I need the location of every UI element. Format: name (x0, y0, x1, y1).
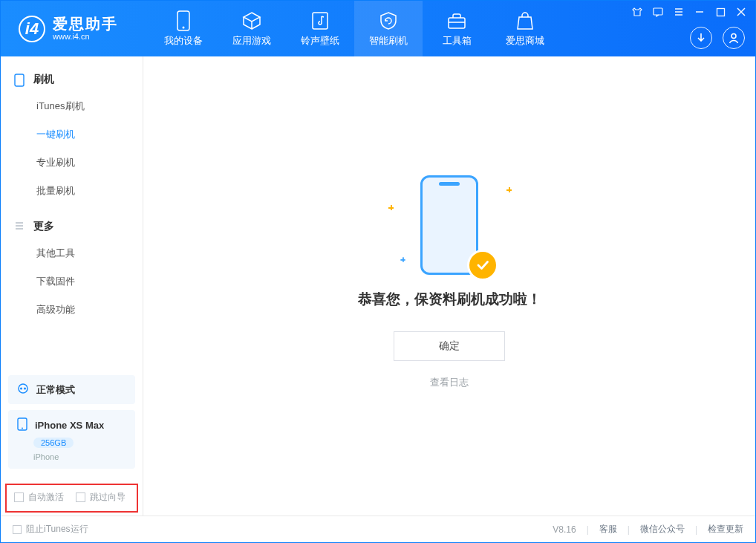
svg-point-10 (24, 388, 26, 390)
skin-icon[interactable] (630, 5, 644, 19)
success-illustration (405, 175, 494, 279)
highlighted-checkbox-row: 自动激活 跳过向导 (5, 484, 138, 513)
phone-small-icon (14, 74, 26, 85)
sidebar-item-adv[interactable]: 高级功能 (1, 296, 143, 324)
version-label: V8.16 (553, 524, 576, 535)
success-message: 恭喜您，保资料刷机成功啦！ (358, 290, 541, 309)
cube-icon (241, 10, 262, 31)
window-controls (630, 5, 748, 19)
svg-rect-3 (449, 18, 465, 28)
device-storage-badge: 256GB (33, 438, 74, 448)
sidebar-item-pro[interactable]: 专业刷机 (1, 149, 143, 177)
nav-store[interactable]: 爱思商城 (491, 1, 559, 56)
sidebar-item-batch[interactable]: 批量刷机 (1, 177, 143, 205)
svg-point-8 (19, 384, 27, 393)
ok-button[interactable]: 确定 (394, 331, 505, 361)
sidebar-group-flash: 刷机 (1, 67, 143, 92)
sidebar-item-firmware[interactable]: 下载固件 (1, 267, 143, 296)
header: i4 爱思助手 www.i4.cn 我的设备 应用游戏 铃声壁纸 智能刷机 (1, 1, 755, 56)
nav-device[interactable]: 我的设备 (149, 1, 218, 56)
nav-apps[interactable]: 应用游戏 (218, 1, 286, 56)
footer: 阻止iTunes运行 V8.16 | 客服 | 微信公众号 | 检查更新 (1, 516, 755, 542)
svg-rect-4 (654, 8, 662, 15)
sidebar-item-other[interactable]: 其他工具 (1, 239, 143, 267)
checkbox-icon (14, 492, 24, 502)
checkbox-skip-guide[interactable]: 跳过向导 (76, 491, 126, 504)
svg-rect-2 (313, 13, 328, 29)
sparkle-icon (388, 205, 394, 210)
feedback-icon[interactable] (651, 5, 665, 19)
nav-ring[interactable]: 铃声壁纸 (286, 1, 354, 56)
device-icon (17, 417, 27, 433)
minimize-icon[interactable] (693, 5, 706, 19)
logo-icon: i4 (19, 16, 45, 42)
toolbox-icon (446, 10, 467, 31)
svg-point-12 (22, 428, 23, 429)
sparkle-icon (506, 187, 512, 192)
list-icon (14, 221, 26, 233)
svg-point-1 (183, 26, 185, 28)
view-log-link[interactable]: 查看日志 (430, 376, 469, 389)
user-button[interactable] (723, 27, 745, 49)
svg-point-9 (20, 388, 22, 390)
update-link[interactable]: 检查更新 (708, 523, 743, 536)
device-row[interactable]: iPhone XS Max 256GB iPhone (8, 410, 135, 469)
svg-point-6 (731, 34, 736, 39)
phone-icon (173, 10, 194, 31)
sidebar: 刷机 iTunes刷机 一键刷机 专业刷机 批量刷机 更多 其他工具 下载固件 … (1, 56, 143, 516)
mode-icon (17, 383, 29, 397)
check-badge-icon (467, 250, 498, 281)
checkbox-block-itunes[interactable]: 阻止iTunes运行 (13, 523, 88, 536)
checkbox-auto-activate[interactable]: 自动激活 (14, 491, 64, 504)
nav: 我的设备 应用游戏 铃声壁纸 智能刷机 工具箱 爱思商城 (149, 1, 559, 56)
svg-rect-7 (15, 74, 24, 86)
support-link[interactable]: 客服 (599, 523, 617, 536)
maximize-icon[interactable] (714, 5, 727, 19)
app-window: { "logo": { "cn": "爱思助手", "en": "www.i4.… (0, 0, 756, 543)
close-icon[interactable] (734, 5, 748, 19)
sidebar-group-more: 更多 (1, 214, 143, 239)
device-type: iPhone (33, 452, 126, 461)
nav-flash[interactable]: 智能刷机 (354, 1, 423, 56)
refresh-shield-icon (378, 10, 399, 31)
sidebar-item-itunes[interactable]: iTunes刷机 (1, 92, 143, 120)
svg-rect-5 (717, 8, 724, 16)
mode-label: 正常模式 (36, 383, 75, 397)
wechat-link[interactable]: 微信公众号 (640, 523, 685, 536)
music-icon (310, 10, 330, 31)
menu-icon[interactable] (672, 5, 685, 19)
logo-text-cn: 爱思助手 (53, 16, 118, 32)
sidebar-item-onekey[interactable]: 一键刷机 (1, 120, 143, 149)
main-panel: 恭喜您，保资料刷机成功啦！ 确定 查看日志 (143, 56, 755, 516)
device-block: 正常模式 iPhone XS Max 256GB iPhone (1, 368, 143, 482)
download-button[interactable] (690, 27, 712, 49)
bag-icon (515, 10, 535, 31)
checkbox-icon (13, 525, 22, 534)
sparkle-icon (400, 257, 405, 261)
logo[interactable]: i4 爱思助手 www.i4.cn (1, 16, 149, 42)
checkbox-icon (76, 492, 85, 502)
logo-text-en: www.i4.cn (53, 32, 118, 41)
device-name: iPhone XS Max (35, 420, 104, 431)
mode-row[interactable]: 正常模式 (8, 375, 135, 404)
nav-tools[interactable]: 工具箱 (423, 1, 491, 56)
body: 刷机 iTunes刷机 一键刷机 专业刷机 批量刷机 更多 其他工具 下载固件 … (1, 56, 755, 516)
